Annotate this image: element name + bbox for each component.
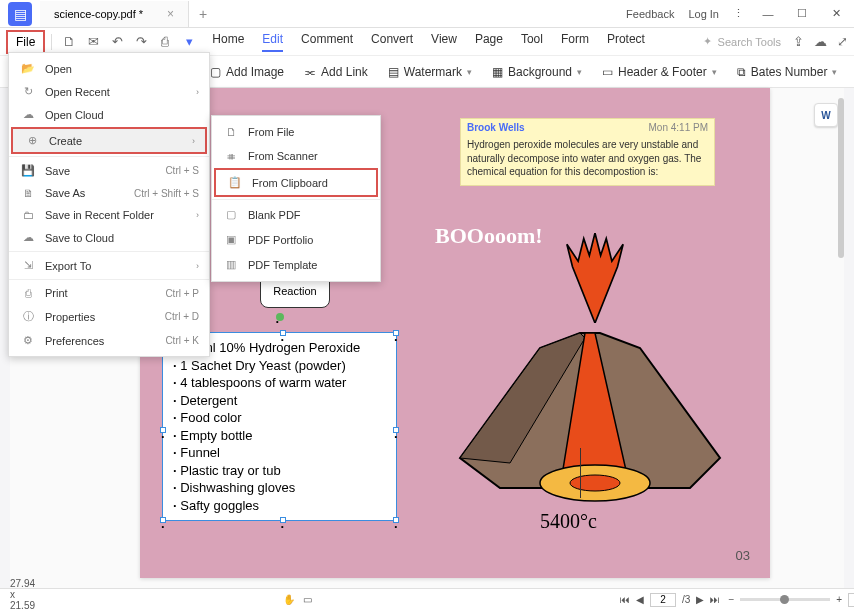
search-tools[interactable]: ✦ Search Tools — [703, 35, 781, 48]
list-item: Detergent — [173, 392, 386, 410]
prev-page-icon[interactable]: ◀ — [636, 594, 644, 605]
resize-handle[interactable] — [393, 427, 399, 433]
resize-handle[interactable] — [280, 330, 286, 336]
menu-create[interactable]: ⊕Create› — [11, 127, 207, 154]
minimize-button[interactable]: — — [758, 8, 778, 20]
last-page-icon[interactable]: ⏭ — [710, 594, 720, 605]
menu-open-cloud[interactable]: ☁Open Cloud — [9, 103, 209, 126]
header-icon: ▭ — [602, 65, 613, 79]
save-as-icon: 🗎 — [19, 187, 37, 199]
first-page-icon[interactable]: ⏮ — [620, 594, 630, 605]
next-page-icon[interactable]: ▶ — [696, 594, 704, 605]
save-icon[interactable]: 🗋 — [58, 31, 80, 53]
menu-save-cloud[interactable]: ☁Save to Cloud — [9, 226, 209, 249]
more-icon[interactable]: ⋮ — [733, 7, 744, 20]
menu-save[interactable]: 💾SaveCtrl + S — [9, 159, 209, 182]
tab-page[interactable]: Page — [475, 32, 503, 52]
zoom-thumb[interactable] — [780, 595, 789, 604]
submenu-from-clipboard[interactable]: 📋From Clipboard — [214, 168, 378, 197]
maximize-button[interactable]: ☐ — [792, 7, 812, 20]
select-tool-icon[interactable]: ▭ — [303, 594, 312, 605]
tab-view[interactable]: View — [431, 32, 457, 52]
folder-icon: 📂 — [19, 62, 37, 75]
tab-protect[interactable]: Protect — [607, 32, 645, 52]
list-item: Food color — [173, 409, 386, 427]
clipboard-icon: 📋 — [226, 176, 244, 189]
submenu-pdf-portfolio[interactable]: ▣PDF Portfolio — [212, 227, 380, 252]
cloud-icon[interactable]: ☁ — [814, 34, 827, 49]
menu-preferences[interactable]: ⚙PreferencesCtrl + K — [9, 329, 209, 352]
feedback-link[interactable]: Feedback — [626, 8, 674, 20]
watermark-icon: ▤ — [388, 65, 399, 79]
menu-save-as[interactable]: 🗎Save AsCtrl + Shift + S — [9, 182, 209, 204]
page-navigator: ⏮ ◀ /3 ▶ ⏭ — [620, 593, 720, 607]
template-icon: ▥ — [222, 258, 240, 271]
resize-handle[interactable] — [280, 517, 286, 523]
blank-icon: ▢ — [222, 208, 240, 221]
login-link[interactable]: Log In — [688, 8, 719, 20]
background-button[interactable]: ▦Background▾ — [492, 65, 582, 79]
expand-icon[interactable]: ⤢ — [837, 34, 848, 49]
materials-textbox[interactable]: 125ml 10% Hydrogen Peroxide 1 Sachet Dry… — [162, 332, 397, 521]
menu-open-recent[interactable]: ↻Open Recent› — [9, 80, 209, 103]
submenu-from-file[interactable]: 🗋From File — [212, 120, 380, 144]
resize-handle[interactable] — [393, 517, 399, 523]
file-icon: 🗋 — [222, 126, 240, 138]
redo-icon[interactable]: ↷ — [130, 31, 152, 53]
zoom-input[interactable] — [848, 593, 854, 607]
tab-title: science-copy.pdf * — [54, 8, 143, 20]
resize-handle[interactable] — [160, 427, 166, 433]
mail-icon[interactable]: ✉ — [82, 31, 104, 53]
menu-print[interactable]: ⎙PrintCtrl + P — [9, 282, 209, 304]
submenu-from-scanner[interactable]: ⩩From Scanner — [212, 144, 380, 168]
header-footer-button[interactable]: ▭Header & Footer▾ — [602, 65, 717, 79]
document-tab[interactable]: science-copy.pdf * × — [40, 1, 189, 27]
share-icon[interactable]: ⇪ — [793, 34, 804, 49]
submenu-blank-pdf[interactable]: ▢Blank PDF — [212, 202, 380, 227]
print-icon: ⎙ — [19, 287, 37, 299]
cloud-icon: ☁ — [19, 108, 37, 121]
menu-properties[interactable]: ⓘPropertiesCtrl + D — [9, 304, 209, 329]
titlebar: ▤ science-copy.pdf * × + Feedback Log In… — [0, 0, 854, 28]
add-link-button[interactable]: ⫘Add Link — [304, 65, 368, 79]
bates-icon: ⧉ — [737, 65, 746, 79]
print-icon[interactable]: ⎙ — [154, 31, 176, 53]
chevron-right-icon: › — [196, 87, 199, 97]
tab-home[interactable]: Home — [212, 32, 244, 52]
word-badge-icon[interactable]: W — [814, 103, 838, 127]
tab-tool[interactable]: Tool — [521, 32, 543, 52]
list-item: Funnel — [173, 444, 386, 462]
menu-export-to[interactable]: ⇲Export To› — [9, 254, 209, 277]
zoom-out-icon[interactable]: − — [728, 594, 734, 605]
rotate-handle[interactable] — [276, 313, 284, 321]
new-tab-button[interactable]: + — [189, 6, 217, 22]
zoom-in-icon[interactable]: + — [836, 594, 842, 605]
vertical-scrollbar[interactable] — [838, 98, 844, 258]
resize-handle[interactable] — [160, 517, 166, 523]
file-menu-button[interactable]: File — [6, 30, 45, 54]
portfolio-icon: ▣ — [222, 233, 240, 246]
bates-number-button[interactable]: ⧉Bates Number▾ — [737, 65, 838, 79]
tab-form[interactable]: Form — [561, 32, 589, 52]
menu-open[interactable]: 📂Open — [9, 57, 209, 80]
export-icon: ⇲ — [19, 259, 37, 272]
watermark-button[interactable]: ▤Watermark▾ — [388, 65, 472, 79]
resize-handle[interactable] — [393, 330, 399, 336]
tab-close-icon[interactable]: × — [167, 7, 174, 21]
close-button[interactable]: ✕ — [826, 7, 846, 20]
page-input[interactable] — [650, 593, 676, 607]
zoom-slider[interactable] — [740, 598, 830, 601]
tab-convert[interactable]: Convert — [371, 32, 413, 52]
comment-note[interactable]: Brook Wells Mon 4:11 PM Hydrogen peroxid… — [460, 118, 715, 186]
tab-comment[interactable]: Comment — [301, 32, 353, 52]
hand-tool-icon[interactable]: ✋ — [283, 594, 295, 605]
folder-icon: 🗀 — [19, 209, 37, 221]
tab-edit[interactable]: Edit — [262, 32, 283, 52]
chevron-right-icon: › — [192, 136, 195, 146]
menu-save-recent-folder[interactable]: 🗀Save in Recent Folder› — [9, 204, 209, 226]
submenu-pdf-template[interactable]: ▥PDF Template — [212, 252, 380, 277]
undo-icon[interactable]: ↶ — [106, 31, 128, 53]
dropdown-icon[interactable]: ▾ — [178, 31, 200, 53]
add-image-button[interactable]: ▢Add Image — [210, 65, 284, 79]
scanner-icon: ⩩ — [222, 150, 240, 162]
